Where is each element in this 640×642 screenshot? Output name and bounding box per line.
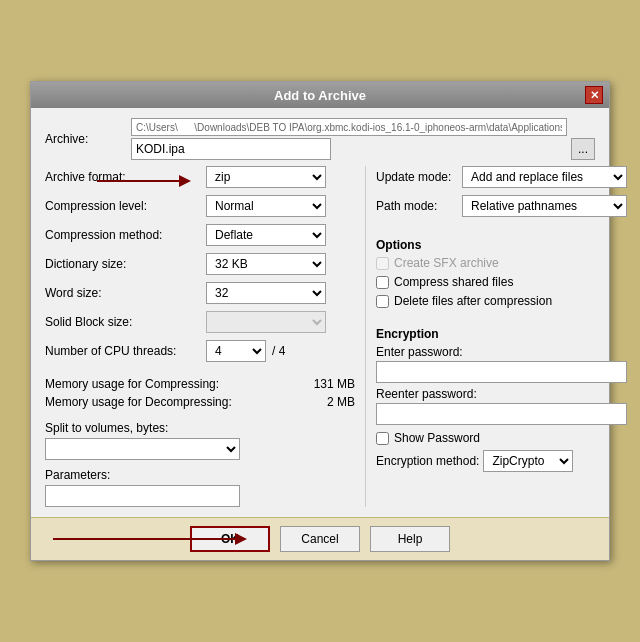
sfx-archive-row: Create SFX archive [376, 256, 627, 270]
update-mode-row: Update mode: Add and replace files Updat… [376, 166, 627, 188]
memory-compressing-row: Memory usage for Compressing: 131 MB [45, 377, 355, 391]
compression-level-label: Compression level: [45, 199, 200, 213]
dictionary-size-row: Dictionary size: 32 KB 64 KB [45, 253, 355, 275]
compression-level-select[interactable]: Normal Store Fastest [206, 195, 326, 217]
word-size-label: Word size: [45, 286, 200, 300]
path-mode-label: Path mode: [376, 199, 456, 213]
delete-after-row: Delete files after compression [376, 294, 627, 308]
cancel-button[interactable]: Cancel [280, 526, 360, 552]
browse-button[interactable]: ... [571, 138, 595, 160]
archive-format-label: Archive format: [45, 170, 200, 184]
threads-suffix: / 4 [272, 344, 285, 358]
main-columns: Archive format: zip 7z tar Compression l… [45, 166, 595, 507]
update-mode-select[interactable]: Add and replace files Update and add fil… [462, 166, 627, 188]
right-column: Update mode: Add and replace files Updat… [365, 166, 627, 507]
word-size-select[interactable]: 32 64 [206, 282, 326, 304]
dialog-body: Archive: ... Archive format: [31, 108, 609, 517]
archive-path-input[interactable] [131, 118, 567, 136]
compress-shared-label: Compress shared files [394, 275, 513, 289]
compression-method-label: Compression method: [45, 228, 200, 242]
compress-shared-checkbox[interactable] [376, 276, 389, 289]
split-volumes-label: Split to volumes, bytes: [45, 421, 168, 435]
split-volumes-select[interactable] [45, 438, 240, 460]
solid-block-size-label: Solid Block size: [45, 315, 200, 329]
archive-row: Archive: ... [45, 118, 595, 160]
compression-level-row: Compression level: Normal Store Fastest [45, 195, 355, 217]
split-volumes-row: Split to volumes, bytes: [45, 421, 355, 460]
enter-password-input[interactable] [376, 361, 627, 383]
solid-block-size-select[interactable] [206, 311, 326, 333]
cpu-threads-select[interactable]: 4 1 2 [206, 340, 266, 362]
ok-button[interactable]: OK [190, 526, 270, 552]
parameters-input[interactable] [45, 485, 240, 507]
close-button[interactable]: ✕ [585, 86, 603, 104]
compression-method-row: Compression method: Deflate BZip2 [45, 224, 355, 246]
title-bar: Add to Archive ✕ [31, 82, 609, 108]
options-section-label: Options [376, 238, 627, 252]
path-mode-row: Path mode: Relative pathnames Full pathn… [376, 195, 627, 217]
memory-decompressing-value: 2 MB [327, 395, 355, 409]
bottom-bar: OK Cancel Help [31, 517, 609, 560]
encryption-method-row: Encryption method: ZipCrypto AES-256 [376, 450, 627, 472]
archive-format-select[interactable]: zip 7z tar [206, 166, 326, 188]
encryption-method-label: Encryption method: [376, 454, 479, 468]
parameters-row: Parameters: [45, 468, 355, 507]
cpu-threads-label: Number of CPU threads: [45, 344, 200, 358]
solid-block-size-row: Solid Block size: [45, 311, 355, 333]
dialog-title: Add to Archive [55, 88, 585, 103]
path-mode-select[interactable]: Relative pathnames Full pathnames No pat… [462, 195, 627, 217]
left-column: Archive format: zip 7z tar Compression l… [45, 166, 355, 507]
help-button[interactable]: Help [370, 526, 450, 552]
show-password-checkbox[interactable] [376, 432, 389, 445]
add-to-archive-dialog: Add to Archive ✕ Archive: ... [30, 81, 610, 561]
compression-method-select[interactable]: Deflate BZip2 [206, 224, 326, 246]
cpu-threads-row: Number of CPU threads: 4 1 2 / 4 [45, 340, 355, 362]
update-mode-label: Update mode: [376, 170, 456, 184]
memory-decompressing-label: Memory usage for Decompressing: [45, 395, 232, 409]
archive-format-row: Archive format: zip 7z tar [45, 166, 355, 188]
compress-shared-row: Compress shared files [376, 275, 627, 289]
reenter-password-input[interactable] [376, 403, 627, 425]
parameters-label: Parameters: [45, 468, 110, 482]
encryption-section-label: Encryption [376, 327, 627, 341]
memory-compressing-label: Memory usage for Compressing: [45, 377, 219, 391]
delete-after-checkbox[interactable] [376, 295, 389, 308]
word-size-row: Word size: 32 64 [45, 282, 355, 304]
sfx-archive-label: Create SFX archive [394, 256, 499, 270]
dictionary-size-label: Dictionary size: [45, 257, 200, 271]
sfx-archive-checkbox[interactable] [376, 257, 389, 270]
archive-name-input[interactable] [131, 138, 331, 160]
reenter-password-label: Reenter password: [376, 387, 627, 401]
archive-label: Archive: [45, 132, 125, 146]
enter-password-label: Enter password: [376, 345, 627, 359]
dictionary-size-select[interactable]: 32 KB 64 KB [206, 253, 326, 275]
memory-decompressing-row: Memory usage for Decompressing: 2 MB [45, 395, 355, 409]
memory-compressing-value: 131 MB [314, 377, 355, 391]
encryption-method-select[interactable]: ZipCrypto AES-256 [483, 450, 573, 472]
delete-after-label: Delete files after compression [394, 294, 552, 308]
show-password-label: Show Password [394, 431, 480, 445]
show-password-row: Show Password [376, 431, 627, 445]
